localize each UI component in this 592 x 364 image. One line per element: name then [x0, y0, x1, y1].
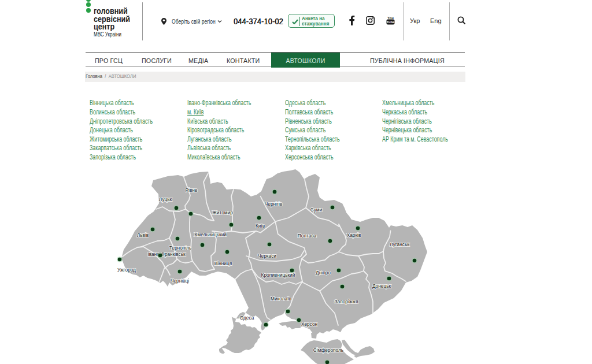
svg-text:Донецьк: Донецьк	[372, 283, 391, 289]
svg-text:Tube: Tube	[387, 20, 395, 24]
svg-text:Суми: Суми	[310, 207, 323, 213]
svg-text:Дніпро: Дніпро	[316, 270, 331, 276]
svg-text:Одеса: Одеса	[240, 315, 254, 321]
svg-text:Полтава: Полтава	[298, 233, 317, 239]
svg-text:Хмельницький: Хмельницький	[194, 232, 227, 237]
svg-text:Чернівці: Чернівці	[171, 278, 189, 284]
svg-text:Миколаїв: Миколаїв	[271, 296, 291, 302]
svg-text:Запоріжжя: Запоріжжя	[335, 299, 358, 304]
svg-text:Тернопіль: Тернопіль	[169, 245, 192, 251]
svg-text:Рівне: Рівне	[186, 187, 198, 193]
svg-text:Львів: Львів	[137, 232, 149, 238]
svg-text:Кропивницький: Кропивницький	[261, 272, 295, 278]
svg-text:Чернігів: Чернігів	[265, 201, 283, 207]
svg-text:You: You	[387, 16, 394, 20]
svg-text:Житомир: Житомир	[212, 210, 233, 216]
svg-text:Київ: Київ	[256, 223, 265, 229]
svg-text:Ужгород: Ужгород	[117, 267, 136, 273]
svg-text:Черкаси: Черкаси	[258, 253, 276, 259]
svg-text:Харків: Харків	[347, 232, 361, 238]
svg-text:Івано-Франківськ: Івано-Франківськ	[147, 251, 186, 257]
svg-text:Сімферополь: Сімферополь	[313, 347, 343, 353]
svg-text:Херсон: Херсон	[301, 321, 317, 327]
svg-text:Луганськ: Луганськ	[390, 242, 409, 247]
svg-text:Луцьк: Луцьк	[159, 196, 172, 202]
svg-text:Вінниця: Вінниця	[214, 261, 232, 266]
